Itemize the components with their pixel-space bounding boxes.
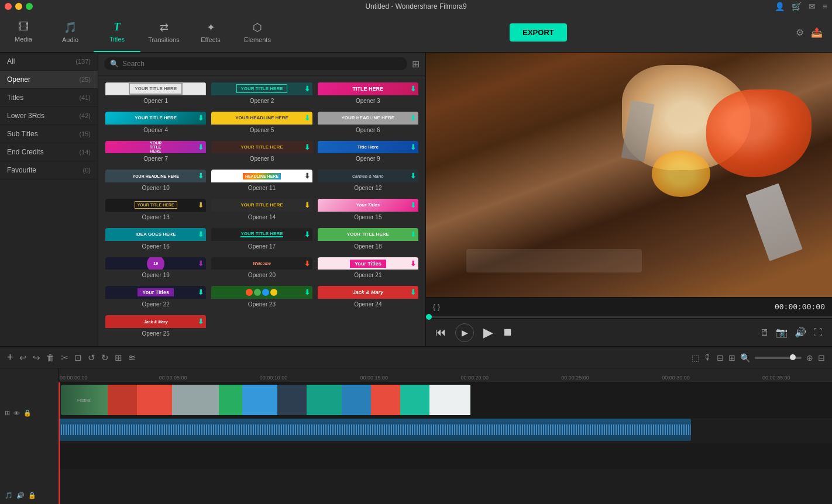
add-media-button[interactable]: + [7, 351, 13, 364]
eye-icon[interactable]: 👁 [13, 410, 20, 417]
list-item[interactable]: ⬇ YOUR HEADLINE HERE Opener 6 [318, 112, 418, 136]
tab-transitions[interactable]: ⇄ Transitions [140, 13, 187, 52]
title-label: Opener 22 [105, 299, 206, 310]
list-item[interactable]: ⬇ YOUR HEADLINE HERE Opener 10 [105, 170, 206, 194]
list-item[interactable]: ⬇ YOUR TITLE HERE Opener 13 [105, 199, 206, 223]
list-item[interactable]: ⬇ Your Titles Opener 15 [318, 199, 418, 223]
window-controls[interactable] [5, 3, 33, 10]
bracket-right-icon: } [438, 303, 440, 311]
rotate-left-button[interactable]: ↺ [88, 353, 95, 363]
prev-frame-button[interactable]: ▶ [455, 323, 474, 342]
delete-button[interactable]: 🗑 [46, 353, 55, 363]
record-icon[interactable]: 🎙 [704, 353, 712, 363]
settings-icon[interactable]: ⚙ [796, 27, 804, 38]
lock-icon2[interactable]: 🔒 [28, 492, 36, 499]
list-item[interactable]: ⬇ Opener 23 [211, 286, 312, 310]
undo-button[interactable]: ↩ [19, 353, 27, 363]
list-item[interactable]: ⬇ YOUR TITLE HERE Opener 2 [211, 82, 312, 106]
rotate-right-button[interactable]: ↻ [101, 353, 109, 363]
category-lower3rds[interactable]: Lower 3Rds (42) [0, 107, 98, 125]
playback-controls: ⏮ ▶ ▶ ⏹ 🖥 📷 🔊 ⛶ [426, 318, 832, 346]
zoom-slider[interactable] [755, 357, 802, 359]
minimize-button[interactable] [15, 3, 22, 10]
list-item[interactable]: ⬇ IDEA GOES HERE Opener 16 [105, 228, 206, 252]
audio-icon: 🎵 [64, 21, 77, 34]
list-item[interactable]: ⬇ YOUR TITLE HERE Opener 18 [318, 228, 418, 252]
download-icon: ⬇ [304, 114, 310, 122]
list-item[interactable]: ⬇ Jack & Mary Opener 25 [105, 315, 206, 339]
track-segment-1: Festival [61, 385, 108, 415]
progress-bar[interactable] [426, 316, 832, 318]
zoom-out-icon[interactable]: 🔍 [740, 353, 750, 363]
snapshot-icon[interactable]: ⬚ [692, 353, 699, 363]
category-endcredits[interactable]: End Credits (14) [0, 143, 98, 161]
list-item[interactable]: ⬇ HEADLINE HERE Opener 11 [211, 170, 312, 194]
lock-icon[interactable]: 🔒 [23, 409, 32, 417]
list-item[interactable]: YOUR TITLE HERE Opener 1 [105, 82, 206, 106]
volume-icon[interactable]: 🔊 [795, 327, 806, 338]
tab-effects[interactable]: ✦ Effects [187, 13, 234, 52]
timecode-display: 00:00:00:00 [775, 302, 825, 311]
list-item[interactable]: ⬇ Title Here Opener 9 [318, 141, 418, 165]
download-icon: ⬇ [198, 260, 204, 268]
category-favourite[interactable]: Favourite (0) [0, 161, 98, 179]
tab-audio[interactable]: 🎵 Audio [47, 13, 94, 52]
stop-button[interactable]: ⏹ [503, 326, 513, 339]
progress-thumb[interactable] [426, 314, 432, 320]
download-icon: ⬇ [198, 172, 204, 180]
list-item[interactable]: ⬇ 19 Opener 19 [105, 257, 206, 281]
redo-button[interactable]: ↪ [33, 353, 40, 363]
fit-icon[interactable]: ⊟ [818, 353, 825, 363]
mail-icon[interactable]: ✉ [809, 2, 816, 11]
list-item[interactable]: ⬇ Jack & Mary Opener 24 [318, 286, 418, 310]
category-opener[interactable]: Opener (25) [0, 71, 98, 89]
crop-button[interactable]: ⊡ [74, 353, 82, 363]
split-screen-icon[interactable]: ⊞ [728, 353, 735, 363]
category-titles[interactable]: Titles (41) [0, 89, 98, 107]
detach-audio-icon[interactable]: ⊟ [717, 353, 724, 363]
zoom-thumb[interactable] [790, 354, 796, 360]
list-item[interactable]: ⬇ YOUR HEADLINE HERE Opener 5 [211, 112, 312, 136]
cut-button[interactable]: ✂ [61, 353, 68, 363]
search-input[interactable] [122, 60, 401, 68]
screenshot-icon[interactable]: 📷 [776, 327, 788, 338]
list-item[interactable]: ⬇ Your Titles Opener 21 [318, 257, 418, 281]
title-label: Opener 11 [211, 182, 312, 194]
fullscreen-icon[interactable]: ⛶ [813, 327, 823, 338]
tab-media[interactable]: 🎞 Media [0, 13, 47, 52]
cart-icon[interactable]: 🛒 [792, 2, 802, 11]
list-item[interactable]: ⬇ YOURTITLEHERE Opener 7 [105, 141, 206, 165]
list-item[interactable]: ⬇ YOUR TITLE HERE Opener 4 [105, 112, 206, 136]
list-item[interactable]: ⬇ Welcome Opener 20 [211, 257, 312, 281]
zoom-in-icon[interactable]: ⊕ [806, 353, 813, 363]
maximize-button[interactable] [26, 3, 33, 10]
grid-view-icon[interactable]: ⊞ [412, 58, 420, 70]
video-track[interactable]: Festival [61, 382, 832, 417]
color-button[interactable]: ≋ [128, 353, 136, 363]
category-all[interactable]: All (137) [0, 53, 98, 71]
rewind-button[interactable]: ⏮ [435, 326, 446, 339]
list-item[interactable]: ⬇ YOUR TITLE HERE Opener 17 [211, 228, 312, 252]
list-item[interactable]: ⬇ YOUR TITLE HERE Opener 8 [211, 141, 312, 165]
menu-icon[interactable]: ≡ [823, 2, 827, 11]
list-item[interactable]: ⬇ YOUR TITLE HERE Opener 14 [211, 199, 312, 223]
list-item[interactable]: ⬇ TITLE HERE Opener 3 [318, 82, 418, 106]
category-subtitles[interactable]: Sub Titles (15) [0, 125, 98, 143]
tab-titles[interactable]: T Titles [94, 13, 140, 52]
export-button[interactable]: EXPORT [510, 23, 566, 42]
title-thumb: ⬇ YOUR TITLE HERE [211, 82, 312, 95]
play-button[interactable]: ▶ [483, 325, 493, 340]
user-icon[interactable]: 👤 [775, 2, 785, 11]
title-thumb: ⬇ YOUR TITLE HERE [105, 112, 206, 125]
tab-elements[interactable]: ⬡ Elements [234, 13, 281, 52]
list-item[interactable]: ⬇ Your Titles Opener 22 [105, 286, 206, 310]
close-button[interactable] [5, 3, 12, 10]
speaker-icon[interactable]: 🔊 [16, 492, 25, 499]
playhead[interactable] [59, 382, 60, 504]
search-input-wrap[interactable]: 🔍 [104, 57, 407, 70]
track-segment-3 [137, 385, 172, 415]
display-settings-icon[interactable]: 🖥 [759, 327, 769, 338]
list-item[interactable]: ⬇ Carmen & Mario Opener 12 [318, 170, 418, 194]
pip-button[interactable]: ⊞ [115, 353, 122, 363]
share-icon[interactable]: 📤 [811, 27, 823, 38]
